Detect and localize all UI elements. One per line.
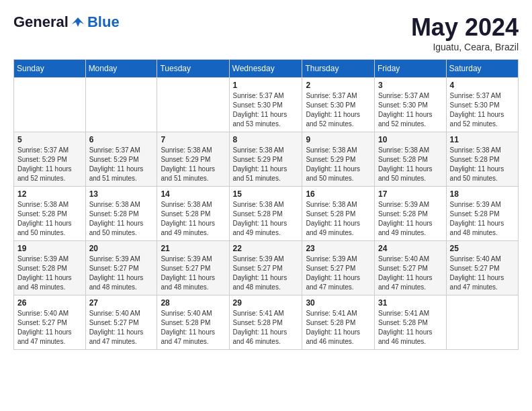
header-friday: Friday (374, 60, 446, 78)
day-info: Sunrise: 5:39 AM Sunset: 5:28 PM Dayligh… (450, 200, 515, 238)
logo-bird-icon (71, 15, 85, 30)
day-number: 10 (378, 135, 443, 144)
day-number: 4 (450, 81, 515, 90)
day-number: 29 (233, 298, 299, 308)
day-number: 17 (378, 189, 443, 199)
day-info: Sunrise: 5:40 AM Sunset: 5:27 PM Dayligh… (89, 309, 154, 347)
calendar-cell: 3Sunrise: 5:37 AM Sunset: 5:30 PM Daylig… (374, 78, 446, 132)
header-thursday: Thursday (302, 60, 375, 78)
day-number: 22 (233, 244, 299, 253)
day-info: Sunrise: 5:38 AM Sunset: 5:28 PM Dayligh… (89, 200, 154, 238)
day-number: 13 (89, 189, 154, 199)
day-number: 1 (233, 81, 299, 90)
svg-marker-0 (72, 17, 84, 27)
day-number: 7 (161, 135, 225, 144)
calendar-cell: 18Sunrise: 5:39 AM Sunset: 5:28 PM Dayli… (446, 187, 518, 241)
day-info: Sunrise: 5:41 AM Sunset: 5:28 PM Dayligh… (306, 309, 371, 347)
calendar-cell: 8Sunrise: 5:38 AM Sunset: 5:29 PM Daylig… (229, 132, 302, 187)
calendar-cell (14, 78, 86, 132)
calendar-cell: 6Sunrise: 5:37 AM Sunset: 5:29 PM Daylig… (85, 132, 157, 187)
day-number: 3 (378, 81, 443, 90)
day-info: Sunrise: 5:40 AM Sunset: 5:27 PM Dayligh… (378, 255, 443, 292)
day-info: Sunrise: 5:40 AM Sunset: 5:27 PM Dayligh… (450, 255, 515, 292)
calendar-cell: 1Sunrise: 5:37 AM Sunset: 5:30 PM Daylig… (229, 78, 302, 132)
day-number: 19 (17, 244, 82, 253)
calendar-week-5: 26Sunrise: 5:40 AM Sunset: 5:27 PM Dayli… (14, 295, 519, 350)
day-info: Sunrise: 5:39 AM Sunset: 5:28 PM Dayligh… (17, 255, 82, 292)
calendar-table: Sunday Monday Tuesday Wednesday Thursday… (13, 59, 519, 350)
day-number: 18 (450, 189, 515, 199)
day-number: 25 (450, 244, 515, 253)
calendar-cell: 10Sunrise: 5:38 AM Sunset: 5:28 PM Dayli… (374, 132, 446, 187)
calendar-cell: 14Sunrise: 5:38 AM Sunset: 5:28 PM Dayli… (157, 187, 229, 241)
logo-general: General (13, 13, 69, 31)
day-number: 21 (161, 244, 225, 253)
calendar-cell: 28Sunrise: 5:40 AM Sunset: 5:28 PM Dayli… (157, 295, 229, 350)
calendar-cell: 19Sunrise: 5:39 AM Sunset: 5:28 PM Dayli… (14, 241, 86, 295)
day-info: Sunrise: 5:37 AM Sunset: 5:30 PM Dayligh… (450, 91, 515, 129)
day-number: 20 (89, 244, 154, 253)
day-info: Sunrise: 5:38 AM Sunset: 5:28 PM Dayligh… (450, 146, 515, 183)
day-number: 8 (233, 135, 299, 144)
header-tuesday: Tuesday (157, 60, 229, 78)
day-info: Sunrise: 5:37 AM Sunset: 5:29 PM Dayligh… (17, 146, 82, 183)
day-number: 27 (89, 298, 154, 308)
day-info: Sunrise: 5:37 AM Sunset: 5:30 PM Dayligh… (378, 91, 443, 129)
header-saturday: Saturday (446, 60, 518, 78)
header-monday: Monday (85, 60, 157, 78)
day-number: 12 (17, 189, 82, 199)
day-info: Sunrise: 5:39 AM Sunset: 5:27 PM Dayligh… (89, 255, 154, 292)
day-info: Sunrise: 5:38 AM Sunset: 5:28 PM Dayligh… (233, 200, 299, 238)
day-number: 2 (306, 81, 371, 90)
calendar-cell (446, 295, 518, 350)
logo-blue: Blue (87, 13, 120, 31)
day-number: 9 (306, 135, 371, 144)
location: Iguatu, Ceara, Brazil (411, 42, 519, 52)
calendar-week-1: 1Sunrise: 5:37 AM Sunset: 5:30 PM Daylig… (14, 78, 519, 132)
day-info: Sunrise: 5:38 AM Sunset: 5:29 PM Dayligh… (233, 146, 299, 183)
month-title: May 2024 (411, 13, 519, 42)
header-wednesday: Wednesday (229, 60, 302, 78)
day-info: Sunrise: 5:38 AM Sunset: 5:28 PM Dayligh… (378, 146, 443, 183)
day-number: 24 (378, 244, 443, 253)
calendar-cell: 11Sunrise: 5:38 AM Sunset: 5:28 PM Dayli… (446, 132, 518, 187)
calendar-cell: 26Sunrise: 5:40 AM Sunset: 5:27 PM Dayli… (14, 295, 86, 350)
day-number: 30 (306, 298, 371, 308)
calendar-cell: 17Sunrise: 5:39 AM Sunset: 5:28 PM Dayli… (374, 187, 446, 241)
day-info: Sunrise: 5:38 AM Sunset: 5:28 PM Dayligh… (17, 200, 82, 238)
calendar-cell: 7Sunrise: 5:38 AM Sunset: 5:29 PM Daylig… (157, 132, 229, 187)
days-header-row: Sunday Monday Tuesday Wednesday Thursday… (14, 60, 519, 78)
calendar-cell (157, 78, 229, 132)
day-info: Sunrise: 5:41 AM Sunset: 5:28 PM Dayligh… (378, 309, 443, 347)
calendar-cell: 25Sunrise: 5:40 AM Sunset: 5:27 PM Dayli… (446, 241, 518, 295)
day-info: Sunrise: 5:37 AM Sunset: 5:29 PM Dayligh… (89, 146, 154, 183)
day-info: Sunrise: 5:39 AM Sunset: 5:27 PM Dayligh… (233, 255, 299, 292)
day-number: 11 (450, 135, 515, 144)
day-info: Sunrise: 5:41 AM Sunset: 5:28 PM Dayligh… (233, 309, 299, 347)
calendar-week-4: 19Sunrise: 5:39 AM Sunset: 5:28 PM Dayli… (14, 241, 519, 295)
day-info: Sunrise: 5:40 AM Sunset: 5:28 PM Dayligh… (161, 309, 225, 347)
day-number: 31 (378, 298, 443, 308)
calendar-cell: 9Sunrise: 5:38 AM Sunset: 5:29 PM Daylig… (302, 132, 375, 187)
calendar-cell: 27Sunrise: 5:40 AM Sunset: 5:27 PM Dayli… (85, 295, 157, 350)
calendar-cell: 22Sunrise: 5:39 AM Sunset: 5:27 PM Dayli… (229, 241, 302, 295)
day-info: Sunrise: 5:38 AM Sunset: 5:29 PM Dayligh… (306, 146, 371, 183)
day-info: Sunrise: 5:39 AM Sunset: 5:28 PM Dayligh… (378, 200, 443, 238)
calendar-cell: 21Sunrise: 5:39 AM Sunset: 5:27 PM Dayli… (157, 241, 229, 295)
calendar-cell: 31Sunrise: 5:41 AM Sunset: 5:28 PM Dayli… (374, 295, 446, 350)
day-info: Sunrise: 5:40 AM Sunset: 5:27 PM Dayligh… (17, 309, 82, 347)
day-info: Sunrise: 5:38 AM Sunset: 5:28 PM Dayligh… (161, 200, 225, 238)
logo: General Blue (13, 13, 120, 31)
title-block: May 2024 Iguatu, Ceara, Brazil (411, 13, 519, 52)
page-header: General Blue May 2024 Iguatu, Ceara, Bra… (13, 13, 519, 52)
calendar-cell: 15Sunrise: 5:38 AM Sunset: 5:28 PM Dayli… (229, 187, 302, 241)
day-info: Sunrise: 5:38 AM Sunset: 5:28 PM Dayligh… (306, 200, 371, 238)
calendar-cell: 5Sunrise: 5:37 AM Sunset: 5:29 PM Daylig… (14, 132, 86, 187)
day-number: 23 (306, 244, 371, 253)
calendar-cell (85, 78, 157, 132)
calendar-cell: 4Sunrise: 5:37 AM Sunset: 5:30 PM Daylig… (446, 78, 518, 132)
calendar-cell: 2Sunrise: 5:37 AM Sunset: 5:30 PM Daylig… (302, 78, 375, 132)
calendar-cell: 20Sunrise: 5:39 AM Sunset: 5:27 PM Dayli… (85, 241, 157, 295)
calendar-week-3: 12Sunrise: 5:38 AM Sunset: 5:28 PM Dayli… (14, 187, 519, 241)
header-sunday: Sunday (14, 60, 86, 78)
